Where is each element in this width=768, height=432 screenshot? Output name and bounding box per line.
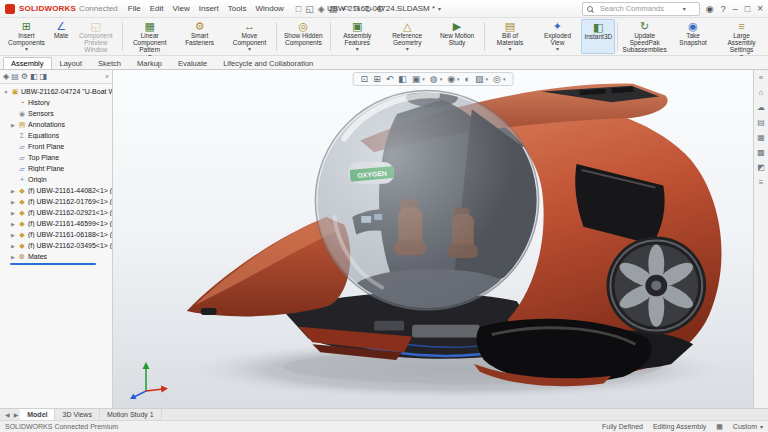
zoom-to-area-icon[interactable]: ⊞ bbox=[373, 74, 381, 84]
tree-item-component[interactable]: ▶ ◆ (f) UBW-21161-06188<1> ("Shape El bbox=[0, 229, 112, 240]
tab-scroll-right-icon[interactable]: ▶ bbox=[12, 411, 21, 418]
search-commands-box[interactable]: ▾ bbox=[582, 2, 700, 16]
tab-assembly[interactable]: Assembly bbox=[3, 57, 52, 69]
graphics-viewport[interactable]: OXYGEN bbox=[113, 70, 753, 408]
configuration-selector[interactable]: Custom ▾ bbox=[733, 423, 763, 430]
new-motion-study-button[interactable]: ▶ New Motion Study bbox=[433, 19, 482, 54]
maximize-icon[interactable]: □ bbox=[745, 4, 750, 14]
expand-arrow-icon[interactable]: ▶ bbox=[10, 232, 16, 238]
design-library-icon[interactable]: ▤ bbox=[757, 118, 765, 127]
search-input[interactable] bbox=[598, 3, 680, 14]
expand-arrow-icon[interactable]: ▶ bbox=[10, 122, 16, 128]
user-account-icon[interactable]: ◉ bbox=[706, 4, 714, 14]
menu-file[interactable]: File bbox=[125, 4, 144, 13]
menu-edit[interactable]: Edit bbox=[147, 4, 167, 13]
update-speedpak-button[interactable]: ↻ Update SpeedPak Subassemblies bbox=[620, 19, 669, 54]
section-view-icon[interactable]: ◧ bbox=[398, 74, 407, 84]
dropdown-arrow-icon[interactable]: ▾ bbox=[503, 76, 506, 82]
tree-item-equations[interactable]: Σ Equations bbox=[0, 130, 112, 141]
help-icon[interactable]: ? bbox=[721, 4, 726, 14]
dropdown-arrow-icon[interactable]: ▾ bbox=[248, 46, 251, 52]
hide-show-items-icon[interactable]: ◉ bbox=[447, 74, 455, 84]
tree-item-component[interactable]: ▶ ◆ (f) UBW-21162-02921<1> ("Battery S bbox=[0, 207, 112, 218]
panel-expand-icon[interactable]: » bbox=[105, 73, 109, 80]
model-3d-view[interactable]: OXYGEN bbox=[113, 70, 753, 408]
expand-arrow-icon[interactable]: ▶ bbox=[10, 254, 16, 260]
tree-item-component[interactable]: ▶ ◆ (f) UBW-21161-46599<1> ("Interior" bbox=[0, 218, 112, 229]
expand-arrow-icon[interactable]: ▶ bbox=[10, 199, 16, 205]
expand-arrow-icon[interactable]: ▶ bbox=[10, 188, 16, 194]
tree-item-annotations[interactable]: ▶ ▤ Annotations bbox=[0, 119, 112, 130]
propertymanager-tab-icon[interactable]: ▤ bbox=[11, 72, 19, 81]
minimize-icon[interactable]: – bbox=[733, 4, 738, 14]
document-dropdown-icon[interactable]: ▾ bbox=[438, 6, 441, 12]
take-snapshot-button[interactable]: ◉ Take Snapshot bbox=[670, 19, 716, 54]
tab-sketch[interactable]: Sketch bbox=[90, 57, 129, 69]
tree-item-component[interactable]: ▶ ◆ (f) UBW-21161-44082<1> ("Exostruc bbox=[0, 185, 112, 196]
move-component-button[interactable]: ↔ Move Component ▾ bbox=[225, 19, 274, 54]
collapse-chevron-icon[interactable]: « bbox=[759, 73, 763, 82]
displaymanager-tab-icon[interactable]: ◨ bbox=[39, 72, 47, 81]
insert-components-button[interactable]: ⊞ Insert Components ▾ bbox=[2, 19, 51, 54]
expand-arrow-icon[interactable]: ▶ bbox=[10, 210, 16, 216]
dropdown-arrow-icon[interactable]: ▾ bbox=[422, 76, 425, 82]
menu-view[interactable]: View bbox=[170, 4, 193, 13]
cloud-services-icon[interactable]: ☁ bbox=[757, 103, 765, 112]
tree-root[interactable]: ▼ ▣ UBW-21162-04724 "U-Boat Worx NEMO bbox=[0, 86, 112, 97]
exploded-view-button[interactable]: ✦ Exploded View ▾ bbox=[535, 19, 581, 54]
edit-appearance-icon[interactable]: ◐ bbox=[465, 74, 470, 84]
dropdown-arrow-icon[interactable]: ▾ bbox=[486, 76, 489, 82]
custom-properties-icon[interactable]: ≡ bbox=[759, 178, 764, 187]
reference-geometry-button[interactable]: △ Reference Geometry ▾ bbox=[383, 19, 432, 54]
linear-component-pattern-button[interactable]: ▦ Linear Component Pattern ▾ bbox=[125, 19, 174, 54]
collapse-arrow-icon[interactable]: ▼ bbox=[3, 89, 9, 95]
dropdown-arrow-icon[interactable]: ▾ bbox=[25, 46, 28, 52]
tab-model[interactable]: Model bbox=[20, 409, 55, 420]
smart-fasteners-button[interactable]: ⚙ Smart Fasteners bbox=[175, 19, 224, 54]
view-palette-icon[interactable]: ▩ bbox=[757, 148, 765, 157]
mate-button[interactable]: ∠ Mate bbox=[52, 19, 70, 54]
tree-item-mates[interactable]: ▶ ⊚ Mates bbox=[0, 251, 112, 262]
tree-item-front-plane[interactable]: ▱ Front Plane bbox=[0, 141, 112, 152]
configurationmanager-tab-icon[interactable]: ⚙ bbox=[21, 72, 28, 81]
new-icon[interactable]: □ bbox=[296, 4, 301, 14]
tree-item-origin[interactable]: + Origin bbox=[0, 174, 112, 185]
zoom-to-fit-icon[interactable]: ⊡ bbox=[361, 74, 369, 84]
instant3d-button[interactable]: ◧ Instant3D bbox=[581, 19, 615, 54]
view-orientation-icon[interactable]: ▣ bbox=[412, 74, 421, 84]
open-icon[interactable]: ◱ bbox=[305, 4, 314, 14]
bill-of-materials-button[interactable]: ▤ Bill of Materials ▾ bbox=[486, 19, 533, 54]
large-assembly-settings-button[interactable]: ≡ Large Assembly Settings ▾ bbox=[717, 19, 766, 54]
component-preview-window-button[interactable]: ◱ Component Preview Window bbox=[71, 19, 120, 54]
save-icon[interactable]: ◈ bbox=[318, 4, 325, 14]
dropdown-arrow-icon[interactable]: ▾ bbox=[356, 46, 359, 52]
appearances-scenes-icon[interactable]: ◩ bbox=[757, 163, 765, 172]
dimxpertmanager-tab-icon[interactable]: ◧ bbox=[30, 72, 38, 81]
previous-view-icon[interactable]: ↶ bbox=[386, 74, 394, 84]
tree-item-top-plane[interactable]: ▱ Top Plane bbox=[0, 152, 112, 163]
search-dropdown-icon[interactable]: ▾ bbox=[683, 6, 686, 12]
home-icon[interactable]: ⌂ bbox=[759, 88, 764, 97]
tab-markup[interactable]: Markup bbox=[129, 57, 170, 69]
apply-scene-icon[interactable]: ▨ bbox=[475, 74, 484, 84]
menu-tools[interactable]: Tools bbox=[225, 4, 250, 13]
tree-item-component[interactable]: ▶ ◆ (f) UBW-21162-03495<1> ("Auto Co bbox=[0, 240, 112, 251]
file-explorer-icon[interactable]: ▦ bbox=[757, 133, 765, 142]
menu-insert[interactable]: Insert bbox=[196, 4, 222, 13]
featuremanager-tab-icon[interactable]: ◈ bbox=[3, 72, 9, 81]
tab-lifecycle-collaboration[interactable]: Lifecycle and Collaboration bbox=[215, 57, 321, 69]
tree-item-right-plane[interactable]: ▱ Right Plane bbox=[0, 163, 112, 174]
dropdown-arrow-icon[interactable]: ▾ bbox=[457, 76, 460, 82]
tab-motion-study-1[interactable]: Motion Study 1 bbox=[100, 409, 162, 420]
dropdown-arrow-icon[interactable]: ▾ bbox=[556, 46, 559, 52]
dropdown-arrow-icon[interactable]: ▾ bbox=[406, 46, 409, 52]
tab-layout[interactable]: Layout bbox=[52, 57, 91, 69]
dropdown-arrow-icon[interactable]: ▾ bbox=[508, 46, 511, 52]
view-settings-icon[interactable]: ◎ bbox=[493, 74, 501, 84]
tree-item-sensors[interactable]: ◉ Sensors bbox=[0, 108, 112, 119]
dropdown-arrow-icon[interactable]: ▾ bbox=[440, 76, 443, 82]
grid-icon[interactable]: ▦ bbox=[716, 423, 723, 431]
expand-arrow-icon[interactable]: ▶ bbox=[10, 221, 16, 227]
assembly-features-button[interactable]: ▣ Assembly Features ▾ bbox=[333, 19, 382, 54]
tab-evaluate[interactable]: Evaluate bbox=[170, 57, 215, 69]
